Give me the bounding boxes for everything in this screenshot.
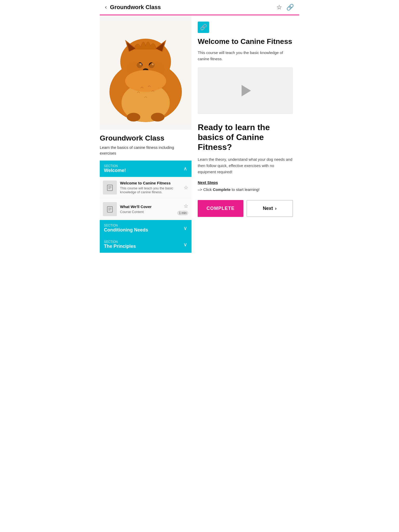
video-player[interactable] <box>198 67 293 114</box>
principles-section-name: The Principles <box>104 244 136 249</box>
complete-button[interactable]: COMPLETE <box>198 200 243 217</box>
section-conditioning-text: Section Conditioning Needs <box>104 224 148 233</box>
lesson-welcome-subtitle: This course will teach you the basic kno… <box>120 186 181 194</box>
course-title: Groundwork Class <box>100 134 191 143</box>
header-left: ‹ Groundwork Class <box>105 4 161 11</box>
conditioning-section-label: Section <box>104 224 148 227</box>
next-chevron-icon: › <box>275 206 277 211</box>
lesson-cover-meta: ☆ 1 min <box>177 203 188 215</box>
next-button[interactable]: Next › <box>247 200 293 217</box>
section-label: Section <box>104 164 126 168</box>
bottom-actions: COMPLETE Next › <box>198 200 293 217</box>
instruction-suffix: to start learning! <box>231 187 260 192</box>
lesson-welcome-title: Welcome to Canine Fitness <box>120 181 181 185</box>
svg-rect-23 <box>107 185 112 191</box>
chevron-down2-icon: ∨ <box>183 241 187 248</box>
lesson-cover-subtitle: Course Content <box>120 210 174 214</box>
star-icon: ☆ <box>276 4 282 11</box>
welcome-description: This course will teach you the basic kno… <box>198 50 293 62</box>
instruction-prefix: –> Click <box>198 187 213 192</box>
next-steps-label: Next Steps <box>198 180 293 185</box>
back-button[interactable]: ‹ <box>105 4 107 11</box>
lesson-cover-title: What We'll Cover <box>120 204 174 209</box>
cta-description: Learn the theory, understand what your d… <box>198 156 293 175</box>
section-welcome-text: Section Welcome! <box>104 164 126 173</box>
course-info: Groundwork Class Learn the basics of can… <box>100 130 191 161</box>
section-principles-header[interactable]: Section The Principles ∨ <box>100 236 191 253</box>
complete-bold-text: Complete <box>213 187 230 192</box>
sections-list: Section Welcome! ∧ Welcome to Canine Fit <box>100 161 191 253</box>
header-icons: ☆ 🔗 <box>276 4 294 11</box>
bookmark-button[interactable]: ☆ <box>276 4 282 11</box>
pomeranian-illustration <box>100 18 191 127</box>
section-welcome-name: Welcome! <box>104 168 126 173</box>
duration-badge: 1 min <box>177 211 188 215</box>
lesson-icon-book2 <box>103 202 117 216</box>
welcome-heading: Welcome to Canine Fitness <box>198 37 293 46</box>
app-header: ‹ Groundwork Class ☆ 🔗 <box>100 0 299 15</box>
cta-heading: Ready to learn the basics of Canine Fitn… <box>198 122 293 152</box>
principles-section-label: Section <box>104 240 136 244</box>
lesson-item-welcome[interactable]: Welcome to Canine Fitness This course wi… <box>100 177 191 198</box>
svg-point-22 <box>151 113 164 121</box>
cta-section: Ready to learn the basics of Canine Fitn… <box>198 122 293 192</box>
chevron-up-icon: ∧ <box>183 165 187 172</box>
right-column: 🔗 Welcome to Canine Fitness This course … <box>191 15 299 253</box>
bookmark-star2-icon[interactable]: ☆ <box>184 203 188 209</box>
section-principles-text: Section The Principles <box>104 240 136 249</box>
header-title: Groundwork Class <box>110 4 161 11</box>
left-column: Groundwork Class Learn the basics of can… <box>100 15 191 253</box>
link-badge: 🔗 <box>198 22 209 33</box>
lesson-cover-content: What We'll Cover Course Content <box>120 204 174 214</box>
svg-rect-27 <box>107 207 112 212</box>
play-triangle-icon <box>242 85 251 96</box>
next-label: Next <box>263 206 273 211</box>
svg-point-21 <box>127 113 140 121</box>
lesson-item-cover[interactable]: What We'll Cover Course Content ☆ 1 min <box>100 198 191 220</box>
svg-point-20 <box>125 70 166 92</box>
link-badge-icon: 🔗 <box>200 24 207 31</box>
next-steps-instruction: –> Click Complete to start learning! <box>198 187 293 192</box>
section-conditioning-header[interactable]: Section Conditioning Needs ∨ <box>100 220 191 236</box>
bookmark-star-icon[interactable]: ☆ <box>184 184 188 191</box>
play-button[interactable] <box>239 84 252 97</box>
course-description: Learn the basics of canine fitness inclu… <box>100 145 191 156</box>
share-button[interactable]: 🔗 <box>286 4 294 11</box>
lesson-icon-book <box>103 181 117 195</box>
lesson-welcome-content: Welcome to Canine Fitness This course wi… <box>120 181 181 194</box>
main-layout: Groundwork Class Learn the basics of can… <box>100 15 299 253</box>
lesson-welcome-meta: ☆ <box>184 184 188 191</box>
section-welcome-header[interactable]: Section Welcome! ∧ <box>100 161 191 177</box>
share-icon: 🔗 <box>286 4 294 11</box>
chevron-down-icon: ∨ <box>183 225 187 231</box>
conditioning-section-name: Conditioning Needs <box>104 227 148 233</box>
dog-image <box>100 15 191 130</box>
